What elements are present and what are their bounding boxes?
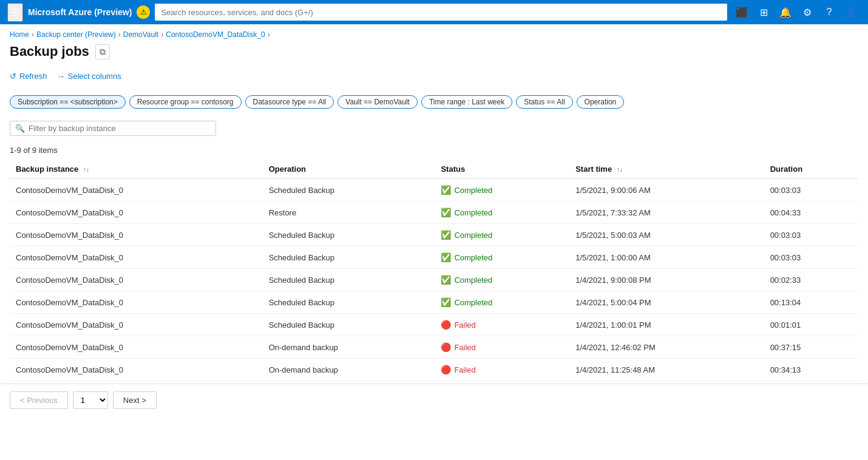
search-input-wrap: 🔍 <box>10 121 216 136</box>
table-row[interactable]: ContosoDemoVM_DataDisk_0 Scheduled Backu… <box>10 246 858 269</box>
filter-chip-datasource-type[interactable]: Datasource type == All <box>245 95 334 109</box>
status-cell: 🔴Failed <box>441 365 563 374</box>
operation-cell: Scheduled Backup <box>263 179 435 201</box>
toolbar: ↺ Refresh → Select columns <box>0 67 868 90</box>
hamburger-button[interactable]: ☰ <box>7 3 23 22</box>
table-row[interactable]: ContosoDemoVM_DataDisk_0 Restore ✅Comple… <box>10 201 858 224</box>
refresh-label: Refresh <box>19 72 47 81</box>
breadcrumb-sep-1: › <box>32 30 34 39</box>
start-time-cell: 1/5/2021, 7:33:32 AM <box>569 201 764 224</box>
warning-badge[interactable]: ⚠ <box>137 5 150 19</box>
status-cell-wrap: ✅Completed <box>435 224 569 246</box>
search-container: 🔍 <box>0 113 868 143</box>
clone-button[interactable]: ⧉ <box>95 44 110 59</box>
backup-instance-cell: ContosoDemoVM_DataDisk_0 <box>10 201 263 224</box>
next-button[interactable]: Next > <box>113 391 157 409</box>
grid-icon[interactable]: ⊞ <box>754 2 773 22</box>
status-cell: ✅Completed <box>441 275 563 285</box>
filter-bar: Subscription == <subscription>Resource g… <box>0 90 868 113</box>
search-icon: 🔍 <box>15 124 25 133</box>
duration-cell: 00:02:33 <box>764 269 858 291</box>
filter-chip-resource-group[interactable]: Resource group == contosorg <box>129 95 242 109</box>
completed-icon: ✅ <box>441 297 451 307</box>
bell-icon[interactable]: 🔔 <box>776 2 795 22</box>
select-columns-button[interactable]: → Select columns <box>57 69 121 83</box>
operation-cell: On-demand backup <box>263 359 435 381</box>
backup-instance-cell: ContosoDemoVM_DataDisk_0 <box>10 224 263 246</box>
duration-cell: 00:37:15 <box>764 336 858 359</box>
operation-cell: Scheduled Backup <box>263 269 435 291</box>
breadcrumb-backup-center[interactable]: Backup center (Preview) <box>36 30 116 39</box>
table-row[interactable]: ContosoDemoVM_DataDisk_0 Scheduled Backu… <box>10 291 858 314</box>
start-time-cell: 1/4/2021, 5:00:04 PM <box>569 291 764 314</box>
breadcrumb-demovault[interactable]: DemoVault <box>123 30 158 39</box>
col-operation: Operation <box>263 160 435 179</box>
duration-cell: 00:03:03 <box>764 246 858 269</box>
filter-chip-time-range[interactable]: Time range : Last week <box>421 95 512 109</box>
page-title: Backup jobs <box>10 44 89 59</box>
status-cell-wrap: ✅Completed <box>435 201 569 224</box>
status-cell: ✅Completed <box>441 252 563 262</box>
status-cell-wrap: ✅Completed <box>435 291 569 314</box>
col-start-time[interactable]: Start time ↑↓ <box>569 160 764 179</box>
global-search-input[interactable] <box>155 4 727 21</box>
table-row[interactable]: ContosoDemoVM_DataDisk_0 Scheduled Backu… <box>10 179 858 201</box>
table-row[interactable]: ContosoDemoVM_DataDisk_0 On-demand backu… <box>10 359 858 381</box>
col-backup-instance[interactable]: Backup instance ↑↓ <box>10 160 263 179</box>
status-cell: ✅Completed <box>441 230 563 240</box>
backup-instance-cell: ContosoDemoVM_DataDisk_0 <box>10 291 263 314</box>
status-cell: 🔴Failed <box>441 342 563 352</box>
start-time-cell: 1/4/2021, 9:00:08 PM <box>569 269 764 291</box>
backup-instance-cell: ContosoDemoVM_DataDisk_0 <box>10 314 263 336</box>
filter-chip-subscription[interactable]: Subscription == <subscription> <box>10 95 126 109</box>
filter-chip-status[interactable]: Status == All <box>516 95 572 109</box>
previous-button[interactable]: < Previous <box>10 391 68 409</box>
status-cell: ✅Completed <box>441 208 563 217</box>
breadcrumb: Home › Backup center (Preview) › DemoVau… <box>0 24 868 41</box>
sort-start-time-icon: ↑↓ <box>617 166 623 173</box>
breadcrumb-home[interactable]: Home <box>10 30 29 39</box>
backup-instance-cell: ContosoDemoVM_DataDisk_0 <box>10 179 263 201</box>
item-count: 1-9 of 9 items <box>0 143 868 160</box>
status-cell: ✅Completed <box>441 297 563 307</box>
table-row[interactable]: ContosoDemoVM_DataDisk_0 Scheduled Backu… <box>10 224 858 246</box>
table-row[interactable]: ContosoDemoVM_DataDisk_0 Scheduled Backu… <box>10 314 858 336</box>
settings-icon[interactable]: ⚙ <box>798 2 817 22</box>
status-cell-wrap: 🔴Failed <box>435 314 569 336</box>
filter-chip-vault[interactable]: Vault == DemoVault <box>337 95 418 109</box>
completed-icon: ✅ <box>441 252 451 262</box>
breadcrumb-vm-disk[interactable]: ContosoDemoVM_DataDisk_0 <box>166 30 265 39</box>
duration-cell: 00:01:01 <box>764 314 858 336</box>
start-time-cell: 1/5/2021, 9:00:06 AM <box>569 179 764 201</box>
refresh-icon: ↺ <box>10 72 16 81</box>
status-cell-wrap: ✅Completed <box>435 269 569 291</box>
duration-cell: 00:03:03 <box>764 179 858 201</box>
duration-cell: 00:34:13 <box>764 359 858 381</box>
start-time-cell: 1/4/2021, 1:00:01 PM <box>569 314 764 336</box>
col-duration: Duration <box>764 160 858 179</box>
account-icon[interactable]: 👤 <box>841 2 861 22</box>
failed-icon: 🔴 <box>441 342 451 352</box>
refresh-button[interactable]: ↺ Refresh <box>10 69 47 83</box>
completed-icon: ✅ <box>441 185 451 195</box>
status-cell-wrap: 🔴Failed <box>435 359 569 381</box>
backup-instance-search[interactable] <box>29 124 211 133</box>
pagination: < Previous 1 Next > <box>0 384 868 416</box>
status-cell-wrap: ✅Completed <box>435 179 569 201</box>
columns-label: Select columns <box>68 72 121 81</box>
completed-icon: ✅ <box>441 275 451 285</box>
page-select[interactable]: 1 <box>73 391 108 409</box>
filter-chip-operation[interactable]: Operation <box>577 95 625 109</box>
app-title: Microsoft Azure (Preview) <box>28 7 132 17</box>
table-row[interactable]: ContosoDemoVM_DataDisk_0 Scheduled Backu… <box>10 269 858 291</box>
help-icon[interactable]: ? <box>819 2 839 22</box>
start-time-cell: 1/5/2021, 1:00:00 AM <box>569 246 764 269</box>
table-header: Backup instance ↑↓ Operation Status Star… <box>10 160 858 179</box>
table-row[interactable]: ContosoDemoVM_DataDisk_0 On-demand backu… <box>10 336 858 359</box>
completed-icon: ✅ <box>441 230 451 240</box>
start-time-cell: 1/4/2021, 12:46:02 PM <box>569 336 764 359</box>
terminal-icon[interactable]: ⬛ <box>732 2 751 22</box>
backup-instance-cell: ContosoDemoVM_DataDisk_0 <box>10 336 263 359</box>
start-time-cell: 1/5/2021, 5:00:03 AM <box>569 224 764 246</box>
breadcrumb-sep-2: › <box>118 30 121 39</box>
